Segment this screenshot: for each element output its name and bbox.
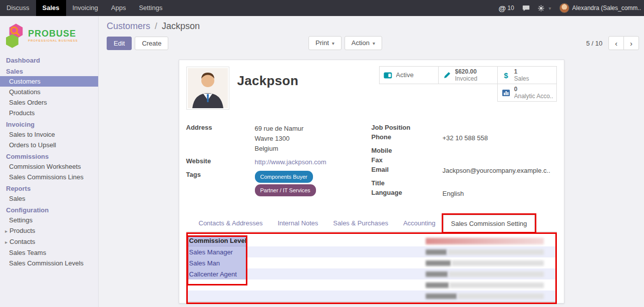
commission-level-column-header[interactable]: Commission Level: [187, 235, 247, 246]
sidebar-section-commissions[interactable]: Commissions: [0, 150, 98, 161]
pager-previous-button[interactable]: ‹: [608, 36, 624, 50]
tab-sales-purchases[interactable]: Sales & Purchases: [326, 215, 396, 231]
sidebar-item-sales-teams[interactable]: Sales Teams: [0, 247, 98, 258]
address-street: 69 rue de Namur: [255, 124, 304, 134]
commission-row-empty[interactable]: [187, 279, 556, 290]
pager-counter: 5 / 10: [586, 40, 602, 47]
menu-apps[interactable]: Apps: [105, 0, 133, 16]
sidebar-item-reports-sales[interactable]: Sales: [0, 193, 98, 204]
tag-partner-it-services[interactable]: Partner / IT Services: [255, 184, 316, 196]
sidebar-item-config-contacts[interactable]: ▸Contacts: [0, 236, 98, 247]
sidebar-section-reports[interactable]: Reports: [0, 182, 98, 193]
sidebar-item-sales-commissions-lines[interactable]: Sales Commissions Lines: [0, 172, 98, 182]
menu-invoicing[interactable]: Invoicing: [66, 0, 105, 16]
tag-components-buyer[interactable]: Components Buyer: [255, 171, 313, 183]
commission-row-empty[interactable]: [187, 290, 556, 301]
sidebar-item-config-products[interactable]: ▸Products: [0, 225, 98, 236]
debug-menu-icon[interactable]: ▾: [538, 5, 551, 12]
sidebar-section-sales[interactable]: Sales: [0, 65, 98, 76]
sidebar-item-sales-orders[interactable]: Sales Orders: [0, 97, 98, 108]
sidebar-item-sales-commission-levels[interactable]: Sales Commission Levels: [0, 258, 98, 268]
messages-icon[interactable]: [522, 5, 530, 12]
tab-internal-notes[interactable]: Internal Notes: [270, 215, 326, 231]
commission-level-cell[interactable]: Sales Manager: [187, 246, 247, 257]
commission-row-callcenter-agent[interactable]: Callcenter Agent: [187, 268, 556, 279]
address-value[interactable]: 69 rue de Namur Wavre 1300 Belgium: [255, 124, 304, 154]
commission-row-sales-man[interactable]: Sales Man: [187, 257, 556, 268]
language-label: Language: [372, 189, 443, 199]
topbar-right: @ 10 ▾ Alexandra (Sales_comm..: [499, 0, 644, 16]
stat-button-sales[interactable]: $ 1 Sales: [497, 66, 557, 84]
stat-value: 0: [514, 86, 553, 93]
redacted-value: [452, 260, 544, 266]
stat-label: Sales: [514, 75, 529, 82]
stat-button-invoiced[interactable]: $620.00 Invoiced: [438, 66, 498, 84]
email-label: Email: [372, 166, 443, 176]
caret-down-icon: ▾: [373, 41, 375, 46]
website-link[interactable]: http://www.jackpson.com: [255, 158, 327, 166]
mentions-counter[interactable]: @ 10: [499, 4, 514, 13]
at-icon: @: [499, 4, 506, 13]
language-value[interactable]: English: [443, 189, 464, 199]
logo-title: PROBUSE: [28, 29, 78, 38]
menu-settings[interactable]: Settings: [132, 0, 169, 16]
sidebar-section-configuration[interactable]: Configuration: [0, 204, 98, 215]
create-button[interactable]: Create: [135, 37, 168, 50]
commission-row-sales-manager[interactable]: Sales Manager: [187, 246, 556, 257]
breadcrumb-separator: /: [155, 21, 157, 31]
edit-button[interactable]: Edit: [107, 37, 132, 50]
tab-sales-commission-setting[interactable]: Sales Commission Setting: [443, 215, 535, 232]
stat-button-active[interactable]: Active: [379, 66, 439, 84]
stat-label: Active: [396, 71, 414, 79]
expand-caret-icon[interactable]: ▸: [5, 239, 8, 245]
pencil-icon: [442, 72, 452, 79]
caret-down-icon: ▾: [332, 41, 335, 46]
mobile-label: Mobile: [372, 147, 443, 155]
redacted-value: [426, 271, 448, 277]
breadcrumb-current: Jackpson: [162, 21, 200, 31]
pager-next-button[interactable]: ›: [623, 36, 639, 50]
print-dropdown-button[interactable]: Print▾: [308, 36, 342, 50]
user-avatar: [559, 3, 569, 13]
menu-discuss[interactable]: Discuss: [0, 0, 36, 16]
tab-contacts-addresses[interactable]: Contacts & Addresses: [191, 215, 270, 231]
stat-button-analytic-accounts[interactable]: 0 Analytic Acco...: [497, 84, 557, 102]
tags-label: Tags: [186, 171, 255, 196]
caret-down-icon: ▾: [549, 6, 551, 11]
sidebar-item-sales-to-invoice[interactable]: Sales to Invoice: [0, 129, 98, 140]
email-value[interactable]: Jackpson@yourcompany.example.c..: [443, 166, 550, 176]
probuse-logo[interactable]: PROBUSE PROFESSIONAL BUSINESS: [0, 16, 98, 54]
customer-photo[interactable]: [186, 67, 229, 110]
job-position-label: Job Position: [372, 124, 443, 132]
sidebar-item-config-settings[interactable]: Settings: [0, 215, 98, 225]
customer-photo-image: [188, 68, 228, 108]
sidebar-section-invoicing[interactable]: Invoicing: [0, 118, 98, 129]
notebook-tabs: Contacts & Addresses Internal Notes Sale…: [186, 215, 557, 232]
menu-sales[interactable]: Sales: [36, 0, 66, 16]
sidebar-item-quotations[interactable]: Quotations: [0, 87, 98, 97]
main-area: Customers / Jackpson Edit Create Print▾ …: [99, 16, 644, 307]
redacted-value: [426, 238, 544, 244]
sidebar-item-label: Contacts: [10, 238, 35, 245]
print-label: Print: [315, 39, 329, 47]
sidebar-section-dashboard[interactable]: Dashboard: [0, 54, 98, 65]
redacted-value: [458, 293, 544, 299]
mention-count: 10: [507, 5, 514, 12]
stat-value: 1: [514, 68, 529, 75]
redacted-value: [448, 249, 544, 255]
fax-label: Fax: [372, 156, 443, 165]
commission-level-cell[interactable]: Callcenter Agent: [187, 268, 247, 279]
sidebar-item-orders-to-upsell[interactable]: Orders to Upsell: [0, 140, 98, 150]
expand-caret-icon[interactable]: ▸: [5, 228, 8, 234]
action-dropdown-button[interactable]: Action▾: [345, 36, 382, 50]
breadcrumb-customers[interactable]: Customers: [107, 21, 150, 31]
commission-level-cell[interactable]: Sales Man: [187, 257, 247, 268]
sidebar-item-products[interactable]: Products: [0, 108, 98, 118]
tab-accounting[interactable]: Accounting: [396, 215, 443, 231]
phone-value[interactable]: +32 10 588 558: [443, 133, 488, 143]
sidebar-item-commission-worksheets[interactable]: Commission Worksheets: [0, 161, 98, 172]
website-label: Website: [186, 157, 255, 167]
redacted-value: [450, 282, 544, 288]
sidebar-item-customers[interactable]: Customers: [0, 76, 98, 87]
user-menu[interactable]: Alexandra (Sales_comm..: [559, 3, 641, 13]
